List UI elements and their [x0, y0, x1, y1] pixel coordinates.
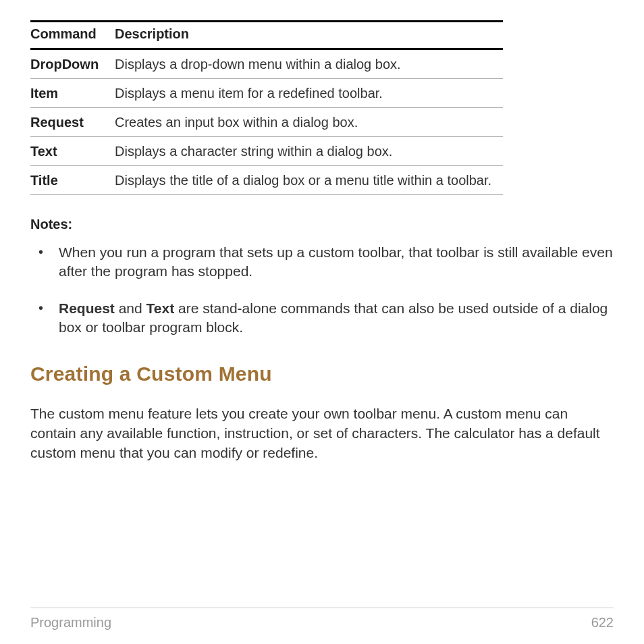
- cell-command: Item: [30, 79, 115, 108]
- section-paragraph: The custom menu feature lets you create …: [30, 404, 614, 463]
- table-row: Item Displays a menu item for a redefine…: [30, 79, 503, 108]
- note-bold: Text: [146, 300, 175, 316]
- cell-command: Title: [30, 166, 115, 195]
- cell-command: DropDown: [30, 49, 115, 79]
- col-header-command: Command: [30, 22, 115, 49]
- list-item: Request and Text are stand-alone command…: [57, 299, 614, 338]
- list-item: When you run a program that sets up a cu…: [57, 243, 614, 281]
- table-row: Text Displays a character string within …: [30, 137, 503, 166]
- command-table: Command Description DropDown Displays a …: [30, 20, 503, 195]
- cell-description: Displays the title of a dialog box or a …: [115, 166, 503, 195]
- cell-description: Displays a drop-down menu within a dialo…: [115, 49, 503, 79]
- cell-description: Displays a menu item for a redefined too…: [115, 79, 503, 108]
- page-footer: Programming 622: [30, 608, 614, 630]
- section-heading: Creating a Custom Menu: [30, 363, 614, 385]
- table-row: Title Displays the title of a dialog box…: [30, 166, 503, 195]
- col-header-description: Description: [115, 22, 503, 49]
- cell-description: Creates an input box within a dialog box…: [115, 108, 503, 137]
- note-text: and: [115, 300, 146, 316]
- table-row: DropDown Displays a drop-down menu withi…: [30, 49, 503, 79]
- document-page: Command Description DropDown Displays a …: [0, 0, 644, 644]
- cell-command: Request: [30, 108, 115, 137]
- note-bold: Request: [59, 300, 115, 316]
- table-row: Request Creates an input box within a di…: [30, 108, 503, 137]
- footer-chapter: Programming: [30, 615, 111, 630]
- notes-list: When you run a program that sets up a cu…: [30, 243, 614, 337]
- notes-label: Notes:: [30, 217, 614, 232]
- cell-description: Displays a character string within a dia…: [115, 137, 503, 166]
- cell-command: Text: [30, 137, 115, 166]
- footer-page-number: 622: [591, 615, 614, 630]
- note-text: When you run a program that sets up a cu…: [59, 244, 613, 279]
- table-header-row: Command Description: [30, 22, 503, 49]
